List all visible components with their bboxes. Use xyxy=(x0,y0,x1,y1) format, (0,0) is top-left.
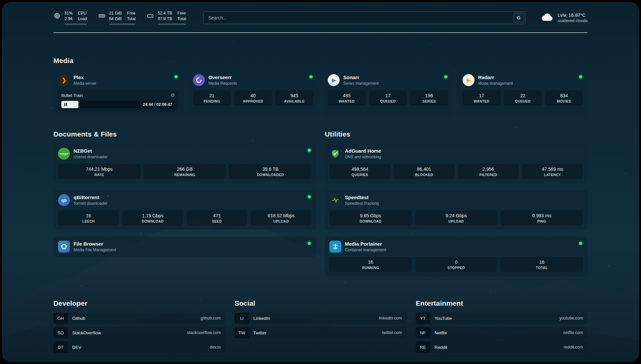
portainer-icon xyxy=(329,241,341,253)
disk-label-top: Free xyxy=(177,11,186,16)
bookmark-name: LinkedIn xyxy=(249,316,270,321)
stat-box: 16 LEECH xyxy=(58,210,119,226)
stat-box: 498,564 QUERIES xyxy=(329,164,390,179)
service-desc: Series management xyxy=(343,81,379,86)
service-desc: Container management xyxy=(345,248,386,252)
bookmark-abbr: LI xyxy=(234,313,249,324)
section-title-entertainment: Entertainment xyxy=(416,299,588,307)
service-name: Sonarr xyxy=(343,75,379,80)
cpu-progress-bar xyxy=(64,23,87,25)
service-name: qBittorrent xyxy=(74,195,107,200)
stat-box: 0 STOPPED xyxy=(415,257,498,272)
overseerr-icon xyxy=(193,74,205,86)
section-title-social: Social xyxy=(234,299,406,307)
weather-widget: Lviv, 16.87°C scattered clouds xyxy=(541,13,588,23)
adguard-card[interactable]: AdGuard Home DNS and adblocking 498,564 … xyxy=(325,143,588,183)
disk-total: 97.9 TB xyxy=(158,16,172,22)
speedtest-icon xyxy=(329,194,341,206)
bookmark-group-developer: Developer GH Github github.com SO StackO… xyxy=(53,299,225,356)
gear-icon[interactable]: ⚙ xyxy=(171,92,175,98)
stat-box: 40 APPROVED xyxy=(234,90,272,106)
bookmark-linkedin[interactable]: LI LinkedIn linkedin.com xyxy=(234,313,406,324)
service-desc: Torrent downloader xyxy=(74,201,107,206)
stat-box: 196 SERIES xyxy=(410,90,448,106)
bookmark-youtube[interactable]: YT YouTube youtube.com xyxy=(416,313,588,324)
memory-free: 21 GiB xyxy=(109,11,122,16)
stat-box: 39.6 TB DOWNLOADED xyxy=(229,164,312,179)
bookmark-name: StackOverflow xyxy=(68,330,101,335)
cpu-icon xyxy=(53,12,61,21)
bookmark-stackoverflow[interactable]: SO StackOverflow stackoverflow.com xyxy=(53,327,225,338)
bookmark-name: Github xyxy=(68,316,85,321)
service-desc: Speedtest Tracking xyxy=(345,201,379,206)
memory-label-top: Free xyxy=(127,11,136,16)
section-title-developer: Developer xyxy=(53,299,225,307)
weather-location: Lviv, 16.87°C xyxy=(558,13,588,18)
disk-progress-bar xyxy=(158,23,186,25)
bookmark-abbr: YT xyxy=(416,313,430,324)
stat-box: 22 QUEUED xyxy=(504,90,542,106)
bookmark-url: github.com xyxy=(200,316,225,320)
bookmark-name: YouTube xyxy=(430,316,452,321)
filebrowser-icon xyxy=(58,241,70,253)
filebrowser-card[interactable]: File Browser Media File Management xyxy=(53,236,316,257)
search-input[interactable] xyxy=(203,12,526,24)
radarr-card[interactable]: ▶ Radarr Movie management 17 WANTED 22 Q… xyxy=(458,70,588,116)
portainer-card[interactable]: Media Portainer Container management 16 … xyxy=(325,236,588,276)
status-dot xyxy=(579,242,582,245)
service-name: Radarr xyxy=(478,75,513,80)
ram-icon xyxy=(98,12,106,21)
stat-box: 17 WANTED xyxy=(463,90,501,106)
nzbget-card[interactable]: nzbget NZBGet Usenet downloader 744.21 M… xyxy=(53,143,316,183)
bookmark-dev[interactable]: DT DEV dev.to xyxy=(53,342,225,353)
radarr-icon: ▶ xyxy=(463,74,474,86)
stat-box: 485 WANTED xyxy=(328,90,366,106)
bookmark-abbr: GH xyxy=(53,313,68,324)
bookmark-netflix[interactable]: NF Netflix netflix.com xyxy=(416,327,588,338)
bookmark-reddit[interactable]: RE Reddit reddit.com xyxy=(416,342,588,353)
cpu-label-bottom: Load xyxy=(78,16,87,22)
stat-box: 16 TOTAL xyxy=(501,257,583,272)
plex-card[interactable]: ❯ Plex Media server Bullet Train ⚙ 24:44 xyxy=(53,70,183,116)
plex-icon: ❯ xyxy=(58,74,70,86)
pause-button[interactable] xyxy=(64,103,67,106)
bookmark-twitter[interactable]: TW Twitter twitter.com xyxy=(234,327,406,338)
status-dot xyxy=(579,75,582,78)
qbittorrent-card[interactable]: qb qBittorrent Torrent downloader 16 LEE… xyxy=(53,190,316,230)
bookmark-name: Netflix xyxy=(430,330,447,335)
overseerr-card[interactable]: Overseerr Media Requests 21 PENDING 40 A… xyxy=(188,70,318,116)
sonarr-card[interactable]: ▶ Sonarr Series management 485 WANTED 17… xyxy=(323,70,453,116)
stat-box: 21 PENDING xyxy=(193,90,231,106)
bookmark-url: dev.to xyxy=(210,345,225,349)
speedtest-card[interactable]: Speedtest Speedtest Tracking 9.65 Gbps D… xyxy=(325,190,588,230)
documents-column: Documents & Files nzbget NZBGet Usenet d… xyxy=(53,130,316,276)
status-dot xyxy=(308,195,311,198)
service-desc: Media server xyxy=(74,81,96,86)
service-name: Speedtest xyxy=(345,195,379,200)
dashboard-page: 31% CPU 2.94 Load 21 GiB xyxy=(0,0,641,364)
header-divider xyxy=(53,32,588,33)
service-desc: Media Requests xyxy=(208,81,237,86)
section-title-utilities: Utilities xyxy=(325,130,588,138)
service-desc: Movie management xyxy=(478,81,513,86)
wallpaper: 31% CPU 2.94 Load 21 GiB xyxy=(2,2,639,362)
bookmark-abbr: RE xyxy=(416,342,430,353)
nzbget-icon: nzbget xyxy=(58,148,70,160)
cloud-icon xyxy=(541,13,553,23)
playback-progress[interactable]: 24:44 / 02:06:47 xyxy=(61,101,175,108)
stat-box: 618.52 Mbps UPLOAD xyxy=(251,210,312,226)
search-engine-button[interactable]: G xyxy=(513,13,524,23)
stat-box: 16 RUNNING xyxy=(329,257,412,272)
bookmark-url: twitter.com xyxy=(382,330,407,335)
weather-condition: scattered clouds xyxy=(558,18,588,23)
bookmark-name: DEV xyxy=(68,345,81,350)
sonarr-icon: ▶ xyxy=(328,74,340,86)
cpu-percent: 31% xyxy=(64,11,73,16)
cpu-label-top: CPU xyxy=(78,11,87,16)
qbittorrent-icon: qb xyxy=(58,194,70,206)
bookmark-github[interactable]: GH Github github.com xyxy=(53,313,225,324)
utilities-column: Utilities xyxy=(325,130,588,276)
bookmark-url: linkedin.com xyxy=(379,316,406,320)
stat-box: 1.19 Gbps DOWNLOAD xyxy=(122,210,183,226)
status-dot xyxy=(174,75,178,78)
